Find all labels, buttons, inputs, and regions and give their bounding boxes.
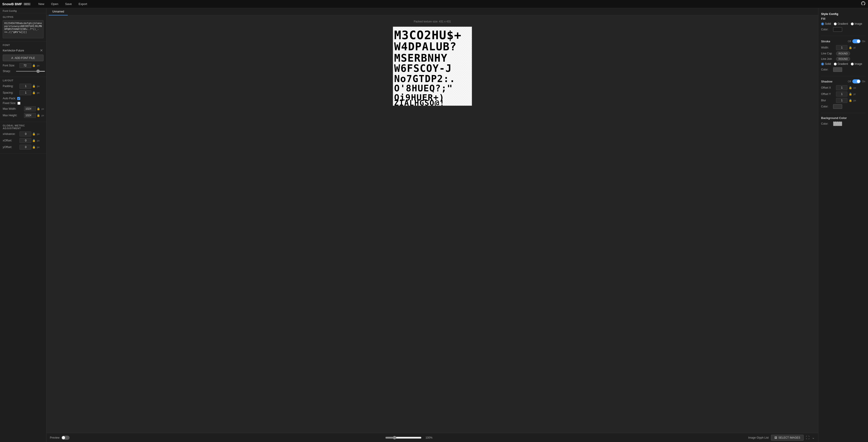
- shadow-header: Shadow Off On: [821, 79, 865, 84]
- shadow-offset-y-lock-icon[interactable]: 🔒: [849, 93, 852, 96]
- shadow-off-label: Off: [848, 80, 851, 83]
- stroke-section: Stroke Off On Width: 🔒 pt Line Cap ROUND: [821, 39, 865, 76]
- spacing-unit: px: [37, 91, 40, 94]
- stroke-header: Stroke Off On: [821, 39, 865, 43]
- svg-text:W4DPALUB?: W4DPALUB?: [394, 40, 457, 53]
- yoffset-input[interactable]: [20, 145, 31, 150]
- max-height-input[interactable]: [24, 113, 36, 118]
- remove-font-button[interactable]: ✕: [39, 48, 43, 53]
- font-size-lock-icon[interactable]: 🔒: [32, 64, 36, 67]
- center-area: Unnamed Packed texture size: 431 x 431: [46, 8, 818, 442]
- preview-toggle[interactable]: [61, 436, 69, 440]
- topbar: SnowB BMF BETA New Open Save Export: [0, 0, 868, 8]
- stroke-toggle[interactable]: [852, 39, 861, 43]
- shadow-color-swatch[interactable]: [833, 104, 842, 109]
- yoffset-label: yOffset:: [3, 146, 19, 149]
- save-button[interactable]: Save: [62, 1, 75, 7]
- shadow-offset-x-input[interactable]: [836, 85, 847, 90]
- sharp-row: Sharp: 80%: [3, 70, 43, 73]
- fill-image-radio[interactable]: Image: [851, 22, 862, 25]
- stroke-linecap-button[interactable]: ROUND: [836, 52, 850, 56]
- stroke-image-radio[interactable]: Image: [851, 62, 862, 65]
- sharp-slider[interactable]: [16, 71, 45, 72]
- fill-solid-radio[interactable]: Solid: [821, 22, 831, 25]
- stroke-width-row: Width: 🔒 pt: [821, 45, 865, 50]
- bg-color-title: Background Color: [821, 116, 865, 120]
- max-height-lock-icon[interactable]: 🔒: [37, 114, 40, 117]
- font-name-row: KenVector-Future ✕: [3, 48, 43, 53]
- texture-size-label: Packed texture size: 431 x 431: [413, 20, 451, 23]
- fixed-size-checkbox[interactable]: [18, 102, 21, 105]
- auto-pack-row: Auto Pack:: [3, 97, 43, 100]
- tab-unnamed[interactable]: Unnamed: [49, 8, 68, 15]
- fixed-size-row: Fixed Size:: [3, 101, 43, 105]
- xadvance-input[interactable]: [20, 131, 31, 136]
- spacing-row: Spacing: 🔒 px: [3, 90, 43, 95]
- stroke-toggle-knob: [857, 40, 860, 43]
- spacing-input[interactable]: [20, 90, 31, 95]
- font-size-input[interactable]: [20, 63, 31, 68]
- xoffset-input[interactable]: [20, 138, 31, 143]
- image-glyph-label: Image Glyph List: [748, 436, 769, 439]
- svg-text:W6FSCOY-J: W6FSCOY-J: [394, 63, 452, 74]
- padding-input[interactable]: [20, 84, 31, 89]
- fill-section: Fill Solid Gradient Image Color:: [821, 17, 865, 36]
- expand-button[interactable]: ⛶: [806, 436, 809, 440]
- github-icon[interactable]: [861, 1, 866, 7]
- stroke-gradient-radio[interactable]: Gradient: [834, 62, 848, 65]
- xoffset-row: xOffset: 🔒 px: [3, 138, 43, 143]
- bg-color-row: Color:: [821, 122, 865, 126]
- export-button[interactable]: Export: [75, 1, 90, 7]
- zoom-slider[interactable]: [385, 436, 422, 440]
- max-width-input[interactable]: [24, 106, 36, 111]
- padding-lock-icon[interactable]: 🔒: [32, 85, 36, 88]
- yoffset-row: yOffset: 🔒 px: [3, 145, 43, 150]
- fill-color-row: Color:: [821, 27, 865, 32]
- font-section: Font KenVector-Future ✕ A ADD FONT FILE …: [0, 41, 46, 77]
- select-images-button[interactable]: 🖼 SELECT IMAGES: [771, 435, 804, 441]
- xoffset-unit: px: [37, 139, 40, 142]
- shadow-blur-lock-icon[interactable]: 🔒: [849, 99, 852, 102]
- new-button[interactable]: New: [35, 1, 48, 7]
- shadow-blur-input[interactable]: [836, 98, 847, 103]
- chevron-down-button[interactable]: ⌄: [812, 435, 815, 440]
- glyphs-input[interactable]: 0123456789abcdefghijklmnopqrstuvwxyzABCD…: [3, 20, 43, 38]
- shadow-toggle-knob: [857, 80, 860, 83]
- fill-title: Fill: [821, 17, 865, 21]
- glyph-preview-canvas[interactable]: M3CO2HU$+ W4DPALUB? MSERBNHY W6FSCOY-J N…: [393, 27, 472, 106]
- auto-pack-label: Auto Pack:: [3, 97, 16, 100]
- max-width-label: Max Width:: [3, 107, 23, 110]
- shadow-off-on: Off On: [848, 79, 865, 84]
- open-button[interactable]: Open: [48, 1, 61, 7]
- shadow-toggle[interactable]: [852, 79, 861, 84]
- max-width-row: Max Width: 🔒 px: [3, 106, 43, 111]
- max-width-lock-icon[interactable]: 🔒: [37, 107, 40, 110]
- auto-pack-checkbox[interactable]: [17, 97, 20, 100]
- stroke-solid-radio[interactable]: Solid: [821, 62, 831, 65]
- stroke-width-input[interactable]: [836, 45, 847, 50]
- fill-color-swatch[interactable]: [833, 27, 842, 32]
- font-section-title: Font: [3, 44, 43, 46]
- stroke-off-label: Off: [848, 40, 851, 42]
- stroke-linejoin-button[interactable]: ROUND: [836, 57, 850, 61]
- bg-color-swatch[interactable]: [833, 122, 842, 126]
- spacing-lock-icon[interactable]: 🔒: [32, 91, 36, 94]
- shadow-color-row: Color:: [821, 104, 865, 109]
- tab-bar: Unnamed: [46, 8, 818, 15]
- stroke-width-lock-icon[interactable]: 🔒: [849, 46, 852, 49]
- stroke-linecap-label: Line Cap: [821, 52, 835, 55]
- font-size-unit: px: [37, 64, 40, 67]
- xoffset-lock-icon[interactable]: 🔒: [32, 139, 36, 142]
- fill-gradient-radio[interactable]: Gradient: [834, 22, 848, 25]
- max-width-unit: px: [41, 107, 44, 110]
- canvas-area: Packed texture size: 431 x 431: [46, 15, 818, 433]
- add-font-button[interactable]: A ADD FONT FILE: [3, 55, 43, 61]
- shadow-offset-y-input[interactable]: [836, 92, 847, 97]
- shadow-offset-x-row: Offset X 🔒 px: [821, 85, 865, 90]
- shadow-offset-x-lock-icon[interactable]: 🔒: [849, 86, 852, 89]
- padding-unit: px: [37, 85, 40, 88]
- yoffset-lock-icon[interactable]: 🔒: [32, 146, 36, 149]
- stroke-color-swatch[interactable]: [833, 67, 842, 72]
- xadvance-lock-icon[interactable]: 🔒: [32, 132, 36, 135]
- fill-color-label: Color:: [821, 28, 831, 31]
